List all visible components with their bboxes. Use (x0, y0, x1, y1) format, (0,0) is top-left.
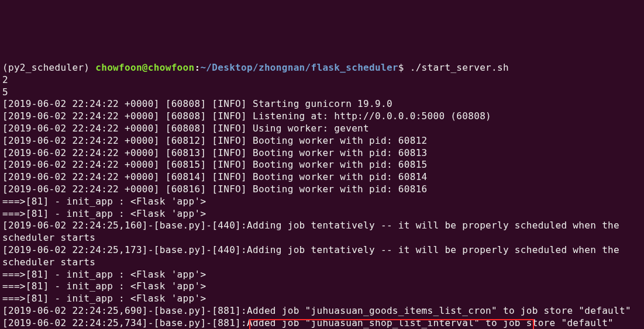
output-line: [2019-06-02 22:24:22 +0000] [60814] [INF… (2, 171, 428, 182)
output-line: [2019-06-02 22:24:22 +0000] [60813] [INF… (2, 147, 428, 158)
output-line: [2019-06-02 22:24:22 +0000] [60808] [INF… (2, 98, 392, 109)
terminal-output-container[interactable]: (py2_scheduler) chowfoon@chowfoon:~/Desk… (2, 50, 642, 329)
output-line: [2019-06-02 22:24:25,160]-[base.py]-[440… (2, 220, 625, 243)
command-typed: ./start_server.sh (410, 62, 509, 73)
output-line: [2019-06-02 22:24:22 +0000] [60808] [INF… (2, 110, 491, 122)
output-line: ===>[81] - init_app : <Flask 'app'> (2, 293, 206, 304)
highlight-box-1 (249, 319, 534, 329)
prompt-dollar: $ (398, 62, 410, 73)
prompt-userhost: chowfoon@chowfoon (95, 62, 194, 73)
output-line: 5 (2, 86, 8, 98)
prompt-path: ~/Desktop/zhongnan/flask_scheduler (200, 62, 398, 73)
output-line: ===>[81] - init_app : <Flask 'app'> (2, 208, 206, 219)
prompt-env: (py2_scheduler) (2, 62, 95, 73)
output-line: [2019-06-02 22:24:22 +0000] [60816] [INF… (2, 183, 428, 195)
output-line: [2019-06-02 22:24:25,690]-[base.py]-[881… (2, 305, 631, 316)
output-line: ===>[81] - init_app : <Flask 'app'> (2, 269, 206, 280)
prompt-colon: : (194, 62, 200, 73)
output-line: [2019-06-02 22:24:22 +0000] [60815] [INF… (2, 159, 428, 170)
output-line: 2 (2, 74, 8, 85)
output-line: ===>[81] - init_app : <Flask 'app'> (2, 196, 206, 207)
prompt-line: (py2_scheduler) chowfoon@chowfoon:~/Desk… (2, 62, 509, 73)
output-line: ===>[81] - init_app : <Flask 'app'> (2, 280, 206, 292)
output-line: [2019-06-02 22:24:25,173]-[base.py]-[440… (2, 244, 625, 268)
output-line: [2019-06-02 22:24:22 +0000] [60808] [INF… (2, 123, 369, 134)
output-line: [2019-06-02 22:24:22 +0000] [60812] [INF… (2, 135, 428, 146)
